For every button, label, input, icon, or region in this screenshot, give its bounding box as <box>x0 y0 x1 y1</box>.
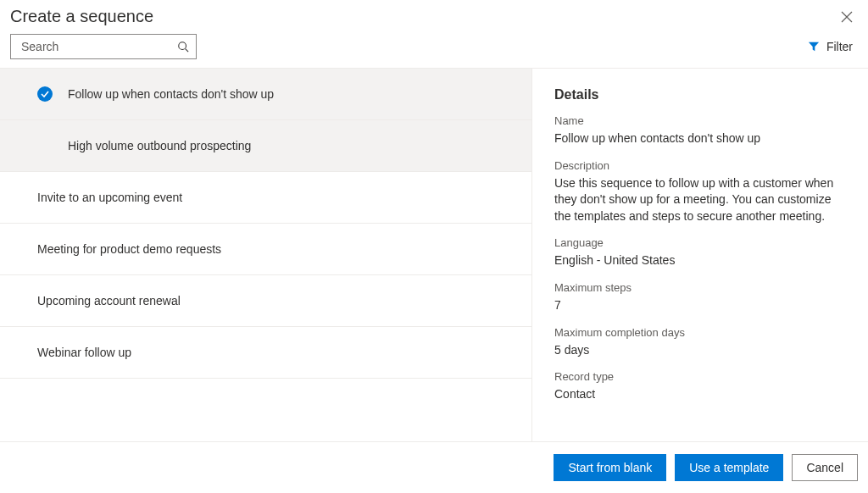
use-template-button[interactable]: Use a template <box>675 454 783 481</box>
list-item[interactable]: Upcoming account renewal <box>0 275 531 327</box>
close-button[interactable] <box>836 7 858 29</box>
search-input[interactable] <box>19 39 177 54</box>
template-list: Follow up when contacts don't show up Hi… <box>0 69 532 441</box>
start-from-blank-button[interactable]: Start from blank <box>554 454 666 481</box>
selected-indicator <box>37 86 53 102</box>
details-pane: Details Name Follow up when contacts don… <box>532 69 868 441</box>
list-item-label: Follow up when contacts don't show up <box>68 87 274 101</box>
dialog-toolbar: Filter <box>0 32 868 68</box>
dialog-title: Create a sequence <box>10 7 153 26</box>
field-label-record-type: Record type <box>554 370 848 383</box>
field-value-record-type: Contact <box>554 386 848 403</box>
checkmark-icon <box>41 90 49 98</box>
dialog-header: Create a sequence <box>0 0 868 32</box>
list-item[interactable]: Webinar follow up <box>0 327 531 379</box>
field-label-max-steps: Maximum steps <box>554 281 848 294</box>
filter-button[interactable]: Filter <box>803 39 858 54</box>
field-value-language: English - United States <box>554 252 848 269</box>
svg-line-1 <box>186 49 189 53</box>
list-item[interactable]: Follow up when contacts don't show up <box>0 69 531 120</box>
svg-point-0 <box>179 42 186 50</box>
list-item-label: Webinar follow up <box>37 346 131 359</box>
field-value-max-days: 5 days <box>554 342 848 359</box>
cancel-button[interactable]: Cancel <box>792 454 858 481</box>
list-item-label: Upcoming account renewal <box>37 294 181 307</box>
field-value-max-steps: 7 <box>554 297 848 314</box>
dialog-footer: Start from blank Use a template Cancel <box>0 441 868 493</box>
field-value-description: Use this sequence to follow up with a cu… <box>554 175 843 225</box>
list-item[interactable]: Invite to an upcoming event <box>0 172 531 224</box>
list-item-label: Invite to an upcoming event <box>37 191 182 204</box>
field-label-max-days: Maximum completion days <box>554 326 848 339</box>
create-sequence-dialog: Create a sequence Filter <box>0 0 868 493</box>
list-item[interactable]: High volume outbound prospecting <box>0 120 531 172</box>
list-item[interactable]: Meeting for product demo requests <box>0 224 531 275</box>
field-value-name: Follow up when contacts don't show up <box>554 130 848 147</box>
filter-icon <box>808 41 820 53</box>
filter-label: Filter <box>826 40 853 53</box>
details-heading: Details <box>554 87 848 102</box>
close-icon <box>841 11 853 23</box>
list-item-label: High volume outbound prospecting <box>68 139 251 152</box>
field-label-language: Language <box>554 236 848 249</box>
search-input-wrapper[interactable] <box>10 34 197 59</box>
dialog-body: Follow up when contacts don't show up Hi… <box>0 68 868 441</box>
field-label-description: Description <box>554 159 848 172</box>
list-item-label: Meeting for product demo requests <box>37 242 221 256</box>
search-icon <box>177 41 189 53</box>
field-label-name: Name <box>554 114 848 127</box>
